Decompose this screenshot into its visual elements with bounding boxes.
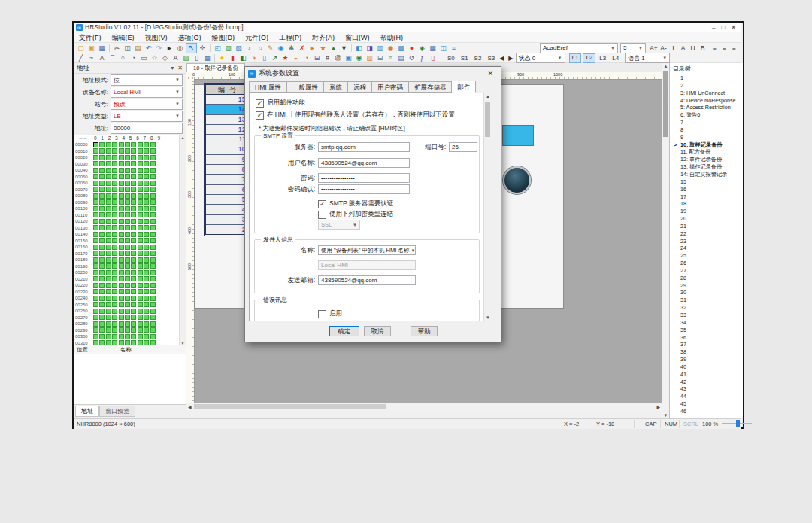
- bit-cell[interactable]: [144, 193, 149, 199]
- ascii-element-icon[interactable]: @: [333, 53, 343, 62]
- bit-cell[interactable]: [144, 181, 149, 186]
- led-element-icon[interactable]: ◉: [354, 53, 364, 62]
- tree-item[interactable]: 12: 事件记录备份: [670, 156, 743, 163]
- tree-item[interactable]: 3: HMI UnConnect: [670, 90, 743, 97]
- bit-cell[interactable]: [125, 232, 130, 237]
- bit-cell[interactable]: [106, 276, 111, 281]
- tree-item[interactable]: 22: [670, 230, 743, 238]
- bit-cell[interactable]: [125, 187, 130, 192]
- bit-cell[interactable]: [99, 225, 105, 230]
- redo-icon[interactable]: ↷: [154, 44, 164, 53]
- bit-cell[interactable]: [119, 142, 124, 147]
- layer-button-l4[interactable]: L4: [610, 54, 621, 62]
- bit-cell[interactable]: [119, 263, 124, 269]
- scroll-up-icon[interactable]: ▲: [662, 64, 669, 68]
- bit-cell[interactable]: [112, 142, 117, 147]
- tree-item[interactable]: 38: [670, 348, 743, 356]
- bit-cell[interactable]: [144, 283, 149, 288]
- bit-cell[interactable]: [138, 199, 143, 205]
- bit-cell[interactable]: [125, 193, 130, 199]
- tree-item[interactable]: 25: [670, 252, 743, 260]
- network-icon[interactable]: ◈: [417, 44, 427, 53]
- canvas-h-scrollbar[interactable]: ◀ ▶: [186, 403, 662, 411]
- bit-cell[interactable]: [119, 334, 124, 339]
- bit-cell[interactable]: [144, 296, 149, 301]
- bit-cell[interactable]: [99, 174, 105, 179]
- bargraph-element-icon[interactable]: ▥: [365, 53, 374, 62]
- bit-cell[interactable]: [125, 257, 130, 263]
- cancel-button[interactable]: 取消: [364, 326, 391, 336]
- tree-item[interactable]: 21: [670, 223, 743, 230]
- bit-cell[interactable]: [99, 193, 105, 199]
- tree-item[interactable]: 27: [670, 267, 743, 275]
- save-icon[interactable]: ▦: [97, 44, 107, 53]
- bit-cell[interactable]: [138, 238, 143, 243]
- bit-cell[interactable]: [93, 206, 98, 211]
- number-table-row[interactable]: 8: [206, 165, 250, 175]
- bit-cell[interactable]: [138, 257, 143, 263]
- bit-cell[interactable]: [138, 283, 143, 288]
- bit-cell[interactable]: [106, 199, 111, 205]
- bit-cell[interactable]: [138, 174, 143, 179]
- blue-rectangle-element[interactable]: [502, 125, 534, 146]
- align-right-button[interactable]: ≡: [729, 44, 739, 53]
- panel-tab-active[interactable]: 地址: [75, 406, 99, 417]
- tree-item[interactable]: 28: [670, 275, 743, 282]
- delete-user-icon[interactable]: ✗: [297, 44, 307, 53]
- panel-tab-inactive[interactable]: 窗口预览: [99, 406, 135, 417]
- polyline-tool-icon[interactable]: Λ: [97, 53, 107, 62]
- bit-cell[interactable]: [106, 302, 111, 307]
- bit-cell[interactable]: [138, 212, 143, 217]
- bit-cell[interactable]: [112, 232, 117, 237]
- upload-icon[interactable]: ▲: [329, 44, 338, 53]
- bit-cell[interactable]: [112, 155, 117, 160]
- menu-item[interactable]: 选项(O): [173, 32, 207, 43]
- image-icon[interactable]: ▨: [223, 44, 233, 53]
- menu-item[interactable]: 对齐(A): [307, 32, 340, 43]
- bit-cell[interactable]: [131, 212, 136, 217]
- bit-cell[interactable]: [125, 296, 130, 301]
- bit-cell[interactable]: [125, 238, 130, 243]
- scroll-left-icon[interactable]: ◀: [188, 404, 192, 409]
- username-input[interactable]: 438590524@qq.com: [318, 158, 410, 168]
- bit-cell[interactable]: [93, 238, 98, 243]
- dialog-tab-active[interactable]: 邮件: [452, 81, 476, 93]
- bit-cell[interactable]: [106, 289, 111, 294]
- paste-icon[interactable]: ▤: [133, 44, 143, 53]
- number-table-row[interactable]: 14: [206, 105, 250, 114]
- bit-cell[interactable]: [138, 296, 143, 301]
- table-icon[interactable]: ▦: [428, 44, 438, 53]
- bit-cell[interactable]: [150, 232, 156, 237]
- state-button-s1[interactable]: S1: [459, 54, 471, 62]
- switch-element-icon[interactable]: ◧: [238, 53, 248, 62]
- bit-cell[interactable]: [125, 174, 130, 179]
- number-table-row[interactable]: 12: [206, 125, 250, 135]
- bit-cell[interactable]: [144, 251, 149, 256]
- bit-cell[interactable]: [131, 238, 136, 243]
- bit-cell[interactable]: [144, 219, 149, 224]
- number-table-row[interactable]: 2: [206, 225, 250, 234]
- bit-cell[interactable]: [138, 219, 143, 224]
- dialog-tab-inactive[interactable]: 系统: [324, 81, 348, 93]
- bit-cell[interactable]: [99, 309, 105, 314]
- window-icon[interactable]: ◫: [438, 44, 448, 53]
- bit-cell[interactable]: [131, 276, 136, 281]
- find-icon[interactable]: ◎: [175, 44, 185, 53]
- bit-cell[interactable]: [93, 315, 98, 320]
- bit-cell[interactable]: [93, 148, 98, 154]
- tree-item[interactable]: 16: [670, 186, 743, 193]
- bit-cell[interactable]: [131, 270, 136, 275]
- tree-item[interactable]: 26: [670, 260, 743, 267]
- bit-cell[interactable]: [112, 238, 117, 243]
- bit-cell[interactable]: [119, 219, 124, 224]
- tree-item[interactable]: 23: [670, 238, 743, 245]
- bit-cell[interactable]: [150, 199, 156, 205]
- download-icon[interactable]: ▼: [339, 44, 349, 53]
- bit-cell[interactable]: [119, 251, 124, 256]
- bit-cell[interactable]: [125, 168, 130, 173]
- cut-icon[interactable]: ✂: [112, 44, 122, 53]
- ssl-select[interactable]: SSL▼: [318, 220, 360, 230]
- bit-cell[interactable]: [144, 174, 149, 179]
- bit-cell[interactable]: [150, 225, 156, 230]
- bit-cell[interactable]: [93, 212, 98, 217]
